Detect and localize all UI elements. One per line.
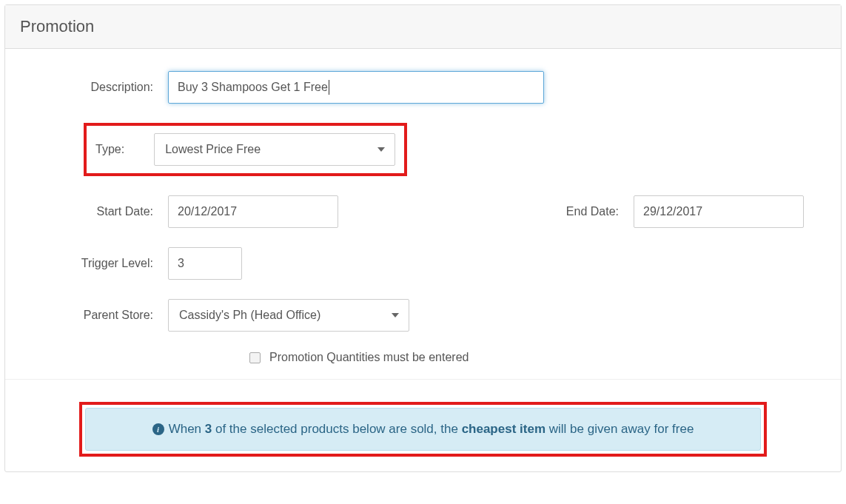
caret-down-icon <box>377 147 385 152</box>
end-date-input[interactable] <box>634 195 804 228</box>
trigger-label: Trigger Level: <box>20 257 168 270</box>
alert-section: i When 3 of the selected products below … <box>20 402 826 457</box>
alert-count: 3 <box>205 422 212 436</box>
alert-mid: of the selected products below are sold,… <box>212 422 461 436</box>
panel-body: Description: Buy 3 Shampoos Get 1 Free T… <box>5 49 841 471</box>
parent-store-row: Parent Store: Cassidy's Ph (Head Office) <box>20 299 826 332</box>
panel-title: Promotion <box>5 5 841 49</box>
parent-store-select[interactable]: Cassidy's Ph (Head Office) <box>168 299 409 332</box>
dates-row: Start Date: End Date: <box>20 195 826 228</box>
end-date-label: End Date: <box>566 205 634 218</box>
start-date-input[interactable] <box>168 195 338 228</box>
info-alert: i When 3 of the selected products below … <box>85 408 761 451</box>
parent-store-value: Cassidy's Ph (Head Office) <box>179 309 320 322</box>
divider <box>5 379 841 380</box>
alert-pre: When <box>169 422 205 436</box>
parent-store-label: Parent Store: <box>20 309 168 322</box>
quantities-checkbox[interactable] <box>249 352 261 363</box>
type-value: Lowest Price Free <box>165 143 261 156</box>
trigger-row: Trigger Level: <box>20 247 826 280</box>
description-row: Description: Buy 3 Shampoos Get 1 Free <box>20 71 826 104</box>
alert-highlight-box: i When 3 of the selected products below … <box>79 402 767 457</box>
description-label: Description: <box>20 81 168 94</box>
start-date-label: Start Date: <box>20 205 168 218</box>
type-highlight-box: Type: Lowest Price Free <box>84 123 407 176</box>
text-cursor <box>329 80 329 95</box>
type-select[interactable]: Lowest Price Free <box>154 133 395 166</box>
trigger-input[interactable] <box>168 247 242 280</box>
type-label: Type: <box>95 143 124 156</box>
quantities-label: Promotion Quantities must be entered <box>269 351 469 364</box>
description-value: Buy 3 Shampoos Get 1 Free <box>178 81 328 94</box>
caret-down-icon <box>392 313 399 317</box>
promotion-panel: Promotion Description: Buy 3 Shampoos Ge… <box>4 4 842 472</box>
info-icon: i <box>152 423 164 435</box>
description-input[interactable]: Buy 3 Shampoos Get 1 Free <box>168 71 544 104</box>
alert-post: will be given away for free <box>545 422 694 436</box>
quantities-row: Promotion Quantities must be entered <box>20 351 826 364</box>
alert-bold: cheapest item <box>462 422 545 436</box>
